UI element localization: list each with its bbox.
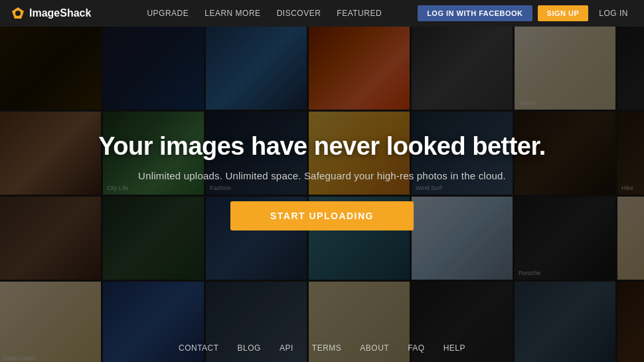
footer-api[interactable]: API <box>280 343 293 353</box>
footer-blog[interactable]: BLOG <box>238 343 261 353</box>
footer-links: CONTACT BLOG API TERMS ABOUT FAQ HELP <box>0 343 644 353</box>
footer-about[interactable]: ABOUT <box>360 343 389 353</box>
nav-learn-more[interactable]: LEARN MORE <box>204 9 260 18</box>
nav-discover[interactable]: DISCOVER <box>277 9 321 18</box>
nav-upgrade[interactable]: UPGRADE <box>147 9 189 18</box>
nav-links: UPGRADE LEARN MORE DISCOVER FEATURED <box>111 9 418 18</box>
start-uploading-button[interactable]: START UPLOADING <box>230 201 414 230</box>
hero-section: Your images have never looked better. Un… <box>0 27 644 362</box>
footer-help[interactable]: HELP <box>443 343 465 353</box>
logo[interactable]: ImageShack <box>11 6 91 21</box>
nav-actions: LOG IN WITH FACEBOOK SIGN UP LOG IN <box>418 5 633 22</box>
login-button[interactable]: LOG IN <box>594 5 633 22</box>
nav-featured[interactable]: FEATURED <box>337 9 382 18</box>
signup-button[interactable]: SIGN UP <box>538 5 589 21</box>
logo-icon <box>11 6 25 21</box>
footer-faq[interactable]: FAQ <box>408 343 425 353</box>
footer-terms[interactable]: TERMS <box>312 343 342 353</box>
login-facebook-button[interactable]: LOG IN WITH FACEBOOK <box>418 5 532 21</box>
hero-subtitle: Unlimited uploads. Unlimited space. Safe… <box>138 170 506 181</box>
svg-point-1 <box>15 11 21 16</box>
footer-contact[interactable]: CONTACT <box>179 343 219 353</box>
hero-title: Your images have never looked better. <box>98 132 546 161</box>
navbar: ImageShack UPGRADE LEARN MORE DISCOVER F… <box>0 0 644 27</box>
logo-text: ImageShack <box>29 7 91 19</box>
